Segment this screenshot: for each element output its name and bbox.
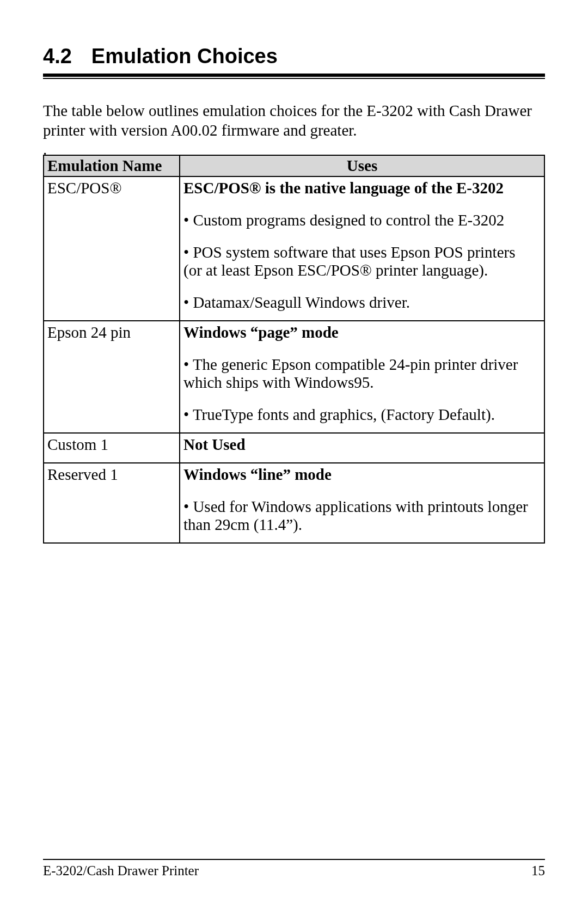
section-title: Emulation Choices: [91, 45, 278, 68]
uses-bullet: • Custom programs designed to control th…: [183, 211, 535, 229]
emulation-table: Emulation Name Uses ESC/POS® ESC/POS® is…: [43, 155, 545, 544]
emulation-name: Custom 1: [44, 433, 180, 463]
emulation-name: Epson 24 pin: [44, 321, 180, 433]
section-number: 4.2: [43, 45, 72, 68]
uses-heading: Windows “page” mode: [183, 324, 535, 341]
uses-bullet: • TrueType fonts and graphics, (Factory …: [183, 406, 535, 424]
uses-heading: ESC/POS® is the native language of the E…: [183, 179, 535, 197]
uses-heading: Not Used: [183, 436, 535, 454]
heading-rule-thick: [43, 74, 545, 77]
page-footer: E-3202/Cash Drawer Printer 15: [43, 859, 545, 879]
table-row: ESC/POS® ESC/POS® is the native language…: [44, 176, 544, 321]
footer-page-number: 15: [531, 863, 545, 879]
table-row: Epson 24 pin Windows “page” mode • The g…: [44, 321, 544, 433]
intro-paragraph: The table below outlines emulation choic…: [43, 101, 545, 141]
table-row: Custom 1 Not Used: [44, 433, 544, 463]
emulation-uses: Windows “line” mode • Used for Windows a…: [180, 463, 544, 543]
emulation-uses: Windows “page” mode • The generic Epson …: [180, 321, 544, 433]
uses-bullet: • Datamax/Seagull Windows driver.: [183, 294, 535, 312]
col-header-name: Emulation Name: [44, 155, 180, 176]
table-header-row: Emulation Name Uses: [44, 155, 544, 176]
emulation-name: ESC/POS®: [44, 176, 180, 321]
uses-bullet: • The generic Epson compatible 24-pin pr…: [183, 356, 535, 392]
section-heading: 4.2Emulation Choices: [43, 45, 545, 68]
heading-rule-thin: [43, 78, 545, 79]
stray-dot: .: [43, 144, 545, 155]
uses-bullet: • Used for Windows applications with pri…: [183, 498, 535, 534]
emulation-uses: Not Used: [180, 433, 544, 463]
col-header-uses: Uses: [180, 155, 544, 176]
footer-left: E-3202/Cash Drawer Printer: [43, 863, 199, 879]
emulation-uses: ESC/POS® is the native language of the E…: [180, 176, 544, 321]
table-row: Reserved 1 Windows “line” mode • Used fo…: [44, 463, 544, 543]
uses-bullet: • POS system software that uses Epson PO…: [183, 243, 535, 279]
uses-heading: Windows “line” mode: [183, 466, 535, 484]
emulation-name: Reserved 1: [44, 463, 180, 543]
